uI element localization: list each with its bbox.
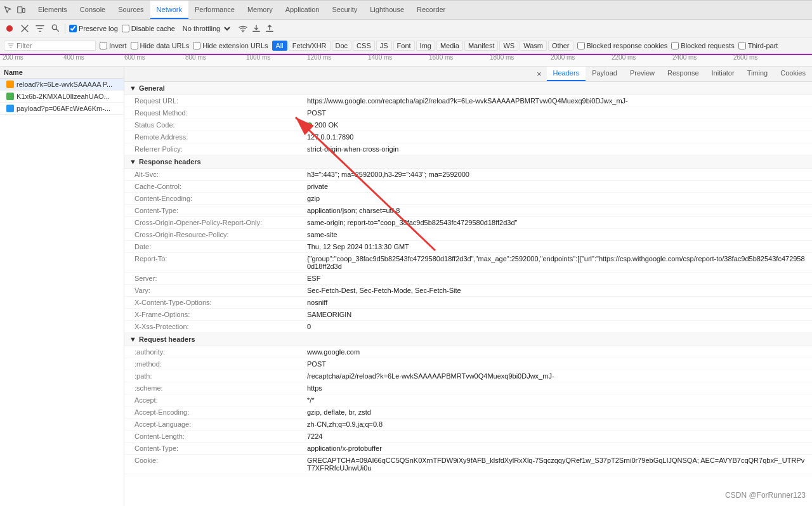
request-header-row: :path:/recaptcha/api2/reload?k=6Le-wvkSA… [124,370,812,382]
response-header-value: gzip [302,193,812,204]
detail-tab-payload[interactable]: Payload [586,67,624,81]
header-field-value: 127.0.0.1:7890 [302,131,812,143]
response-header-name: Report-To: [124,253,302,272]
search-btn[interactable] [49,23,61,34]
request-item-req2[interactable]: K1x6b-2KMXAL0IlzeahUAO... [0,91,124,103]
header-field-value: 200 OK [302,119,812,131]
export-icon[interactable] [264,23,275,34]
hide-ext-urls-checkbox[interactable]: Hide extension URLs [193,42,268,49]
request-header-name: :path: [124,370,302,382]
general-section-header[interactable]: ▼ General [124,82,812,95]
type-filter-all[interactable]: All [272,41,287,51]
filter-input[interactable] [16,42,93,49]
type-filter-font[interactable]: Font [393,41,415,51]
general-row: Status Code:200 OK [124,119,812,131]
response-header-name: X-Content-Type-Options: [124,297,302,308]
response-header-row: Alt-Svc:h3=":443"; ma=2592000,h3-29=":44… [124,169,812,181]
blocked-cookies-checkbox[interactable]: Blocked response cookies [577,42,668,49]
request-item-req3[interactable]: payload?p=06AFcWeA6Km-... [0,103,124,115]
request-headers-section-header[interactable]: ▼ Request headers [124,333,812,346]
tab-memory[interactable]: Memory [241,1,279,19]
response-header-value: application/json; charset=utf-8 [302,205,812,216]
inspect-icon[interactable] [3,4,14,16]
type-filter-manifest[interactable]: Manifest [464,41,499,51]
type-filter-wasm[interactable]: Wasm [520,41,547,51]
type-filter-other[interactable]: Other [548,41,573,51]
timeline-bar: 200 ms400 ms600 ms800 ms1000 ms1200 ms14… [0,54,812,67]
detail-tab-initiator[interactable]: Initiator [705,67,741,81]
request-header-row: Cookie:GRECAPTCHA=09AI66qCC5QSnK0XrnTFDW… [124,455,812,474]
request-item-req1[interactable]: reload?k=6Le-wvkSAAAAA P... [0,79,124,91]
filter-input-wrap [4,41,96,51]
request-header-value: gzip, deflate, br, zstd [302,406,812,418]
response-header-value: SAMEORIGIN [302,309,812,320]
response-header-value: nosniff [302,297,812,308]
request-item-text: K1x6b-2KMXAL0IlzeahUAO... [16,93,110,100]
request-header-name: Accept: [124,394,302,406]
response-header-value: private [302,181,812,192]
timeline-label-0: 200 ms [3,54,23,61]
detail-tab-timing[interactable]: Timing [741,67,775,81]
tab-sources[interactable]: Sources [112,1,150,19]
response-header-row: Report-To:{"group":"coop_38fac9d5b82543f… [124,253,812,273]
preserve-log-checkbox[interactable]: Preserve log [69,25,118,32]
general-rows: Request URL:https://www.google.com/recap… [124,95,812,155]
response-header-value: Thu, 12 Sep 2024 01:13:30 GMT [302,241,812,252]
request-list: Name reload?k=6Le-wvkSAAAAA P...K1x6b-2K… [0,67,124,506]
svg-rect-1 [23,8,25,12]
type-filter-doc[interactable]: Doc [332,41,352,51]
type-filter-fetch-xhr[interactable]: Fetch/XHR [289,41,331,51]
tab-lighthouse[interactable]: Lighthouse [363,1,410,19]
type-filter-media[interactable]: Media [436,41,463,51]
request-header-name: Accept-Encoding: [124,406,302,418]
tab-recorder[interactable]: Recorder [410,1,452,19]
type-filter-img[interactable]: Img [416,41,435,51]
tab-network[interactable]: Network [150,1,188,19]
tab-security[interactable]: Security [325,1,363,19]
request-header-row: Accept-Encoding:gzip, deflate, br, zstd [124,406,812,418]
main-content: Name reload?k=6Le-wvkSAAAAA P...K1x6b-2K… [0,67,812,506]
tab-application[interactable]: Application [279,1,326,19]
device-icon[interactable] [15,4,27,16]
svg-rect-0 [18,6,22,13]
header-field-name: Referrer Policy: [124,143,302,155]
request-header-value: www.google.com [302,346,812,358]
detail-tab-headers[interactable]: Headers [547,67,586,81]
blocked-requests-checkbox[interactable]: Blocked requests [671,42,734,49]
type-filter-css[interactable]: CSS [353,41,375,51]
hide-data-urls-checkbox[interactable]: Hide data URLs [131,42,190,49]
throttle-select[interactable]: No throttling [179,23,232,34]
separator1 [65,23,65,34]
general-row: Remote Address:127.0.0.1:7890 [124,131,812,143]
request-item-text: reload?k=6Le-wvkSAAAAA P... [16,81,112,88]
request-header-value: POST [302,358,812,370]
detail-close-btn[interactable]: × [532,67,547,81]
invert-checkbox[interactable]: Invert [100,42,127,49]
clear-btn[interactable] [19,23,30,34]
wifi-icon[interactable] [237,23,249,34]
stop-recording-btn[interactable] [4,23,15,34]
request-header-row: Content-Length:7224 [124,431,812,443]
response-header-row: X-Content-Type-Options:nosniff [124,297,812,309]
timeline-label-8: 1800 ms [490,54,514,61]
tab-elements[interactable]: Elements [32,1,74,19]
import-icon[interactable] [251,23,262,34]
response-header-row: Cross-Origin-Opener-Policy-Report-Only:s… [124,217,812,229]
tab-bar-icons [3,4,27,16]
response-headers-section-header[interactable]: ▼ Response headers [124,155,812,169]
tab-console[interactable]: Console [74,1,112,19]
detail-tab-cookies[interactable]: Cookies [774,67,812,81]
tab-performance[interactable]: Performance [188,1,241,19]
type-filter-js[interactable]: JS [376,41,392,51]
response-header-value: {"group":"coop_38fac9d5b82543fc4729580d1… [302,253,812,272]
detail-tab-response[interactable]: Response [661,67,705,81]
request-header-value: zh-CN,zh;q=0.9,ja;q=0.8 [302,418,812,430]
type-filter-ws[interactable]: WS [499,41,518,51]
request-header-value: 7224 [302,431,812,442]
request-header-value: /recaptcha/api2/reload?k=6Le-wvkSAAAAAPB… [302,370,812,382]
detail-tab-preview[interactable]: Preview [624,67,661,81]
disable-cache-checkbox[interactable]: Disable cache [122,25,175,32]
third-party-checkbox[interactable]: Third-part [738,42,778,49]
request-header-row: :authority:www.google.com [124,346,812,358]
filter-icon-btn[interactable] [34,23,46,34]
